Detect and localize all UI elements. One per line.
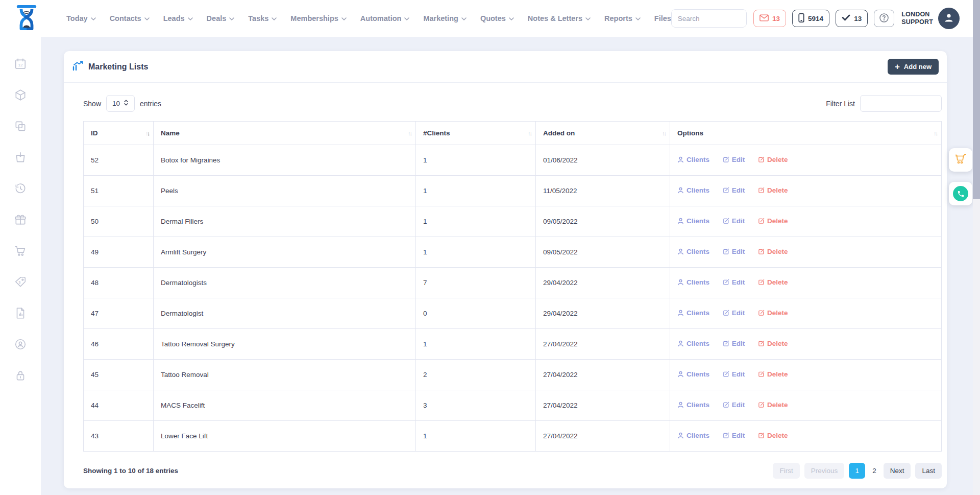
search-input[interactable] — [672, 15, 747, 22]
clients-link[interactable]: Clients — [677, 278, 709, 286]
person-icon — [677, 248, 684, 255]
nav-item-memberships[interactable]: Memberships — [290, 14, 346, 22]
clients-link[interactable]: Clients — [677, 340, 709, 347]
cube-icon[interactable] — [14, 88, 27, 102]
nav-item-marketing[interactable]: Marketing — [423, 14, 467, 22]
column-header-added-on[interactable]: Added on ↑↓ — [536, 122, 670, 145]
delete-link[interactable]: Delete — [758, 340, 788, 347]
pagination-first[interactable]: First — [773, 463, 799, 479]
pagination-page-2[interactable]: 2 — [870, 463, 879, 479]
delete-link[interactable]: Delete — [758, 186, 788, 194]
nav-item-files[interactable]: Files — [654, 14, 671, 22]
table-controls: Show 10 entries Filter List — [83, 95, 942, 112]
pagination-page-1[interactable]: 1 — [849, 463, 865, 479]
cell-clients: 1 — [416, 329, 536, 360]
cell-clients: 1 — [416, 145, 536, 176]
nav-item-contacts[interactable]: Contacts — [110, 14, 150, 22]
pagination-previous[interactable]: Previous — [804, 463, 845, 479]
column-header-options[interactable]: Options ↑↓ — [670, 122, 942, 145]
person-icon — [677, 279, 684, 286]
edit-link[interactable]: Edit — [723, 248, 745, 255]
column-header-id[interactable]: ID ↑↓ — [84, 122, 154, 145]
user-name: LONDON SUPPORT — [901, 11, 933, 26]
cell-id: 50 — [84, 206, 154, 237]
nav-item-automation[interactable]: Automation — [360, 14, 410, 22]
report-document-icon[interactable] — [14, 307, 27, 320]
clients-link[interactable]: Clients — [677, 432, 709, 439]
clients-link[interactable]: Clients — [677, 156, 709, 163]
app-logo[interactable] — [14, 5, 39, 32]
nav-item-today[interactable]: Today — [66, 14, 96, 22]
support-account-icon[interactable] — [14, 338, 27, 351]
delete-link[interactable]: Delete — [758, 401, 788, 409]
nav-item-deals[interactable]: Deals — [207, 14, 235, 22]
delete-link[interactable]: Delete — [758, 309, 788, 317]
edit-link[interactable]: Edit — [723, 156, 745, 163]
tasks-badge[interactable]: 13 — [836, 10, 868, 27]
column-header-clients[interactable]: #Clients ↑↓ — [416, 122, 536, 145]
edit-link[interactable]: Edit — [723, 401, 745, 409]
cell-id: 44 — [84, 390, 154, 421]
column-header-name[interactable]: Name ↑↓ — [154, 122, 416, 145]
user-avatar[interactable] — [938, 8, 960, 29]
entries-select[interactable]: 10 — [106, 95, 135, 112]
cell-id: 48 — [84, 268, 154, 298]
scrollbar-track[interactable] — [973, 0, 980, 495]
cell-added-on: 27/04/2022 — [536, 390, 670, 421]
table-row: 52 Botox for Migraines 1 01/06/2022 Clie… — [84, 145, 942, 176]
clients-link[interactable]: Clients — [677, 217, 709, 225]
help-badge[interactable] — [874, 10, 894, 27]
edit-link[interactable]: Edit — [723, 432, 745, 439]
clients-link[interactable]: Clients — [677, 186, 709, 194]
delete-link[interactable]: Delete — [758, 217, 788, 225]
nav-item-tasks[interactable]: Tasks — [248, 14, 277, 22]
floating-phone-button[interactable] — [949, 182, 972, 205]
edit-link[interactable]: Edit — [723, 340, 745, 347]
phone-badge[interactable]: 5914 — [792, 10, 829, 27]
filter-input[interactable] — [860, 95, 942, 112]
table-body: 52 Botox for Migraines 1 01/06/2022 Clie… — [84, 145, 942, 452]
svg-text:$: $ — [18, 280, 20, 284]
nav-item-notes-letters[interactable]: Notes & Letters — [528, 14, 591, 22]
edit-link[interactable]: Edit — [723, 309, 745, 317]
cell-clients: 1 — [416, 206, 536, 237]
cell-clients: 0 — [416, 298, 536, 329]
pagination-last[interactable]: Last — [915, 463, 942, 479]
edit-link[interactable]: Edit — [723, 278, 745, 286]
delete-link[interactable]: Delete — [758, 432, 788, 439]
calendar-12-icon[interactable]: 12 — [14, 57, 27, 70]
edit-link[interactable]: Edit — [723, 370, 745, 378]
gift-icon[interactable] — [14, 213, 27, 226]
mail-badge[interactable]: 13 — [753, 10, 786, 27]
chevron-down-icon — [144, 17, 150, 20]
clients-link[interactable]: Clients — [677, 401, 709, 409]
clients-link[interactable]: Clients — [677, 309, 709, 317]
cell-options: Clients Edit Delete — [670, 298, 942, 329]
delete-link[interactable]: Delete — [758, 278, 788, 286]
lock-icon[interactable] — [14, 369, 27, 382]
nav-item-leads[interactable]: Leads — [163, 14, 193, 22]
cell-name: Dermal Fillers — [154, 206, 416, 237]
pagination: First Previous 1 2 Next Last — [773, 463, 942, 479]
edit-link[interactable]: Edit — [723, 186, 745, 194]
delete-link[interactable]: Delete — [758, 370, 788, 378]
clients-link[interactable]: Clients — [677, 370, 709, 378]
floating-cart-button[interactable] — [949, 148, 972, 172]
scrollbar-thumb[interactable] — [973, 0, 980, 199]
mail-count: 13 — [772, 15, 780, 22]
history-icon[interactable] — [14, 182, 27, 195]
edit-link[interactable]: Edit — [723, 217, 745, 225]
nav-item-quotes[interactable]: Quotes — [480, 14, 514, 22]
nav-item-reports[interactable]: Reports — [604, 14, 641, 22]
price-tag-icon[interactable]: $ — [14, 275, 27, 289]
bag-download-icon[interactable] — [14, 151, 27, 164]
person-icon — [677, 340, 684, 347]
add-new-button[interactable]: + Add new — [888, 59, 939, 75]
cart-icon[interactable] — [14, 244, 27, 257]
copy-icon[interactable] — [14, 120, 27, 133]
pagination-next[interactable]: Next — [884, 463, 911, 479]
cell-name: Tattoo Removal — [154, 360, 416, 390]
delete-link[interactable]: Delete — [758, 248, 788, 255]
delete-link[interactable]: Delete — [758, 156, 788, 163]
clients-link[interactable]: Clients — [677, 248, 709, 255]
